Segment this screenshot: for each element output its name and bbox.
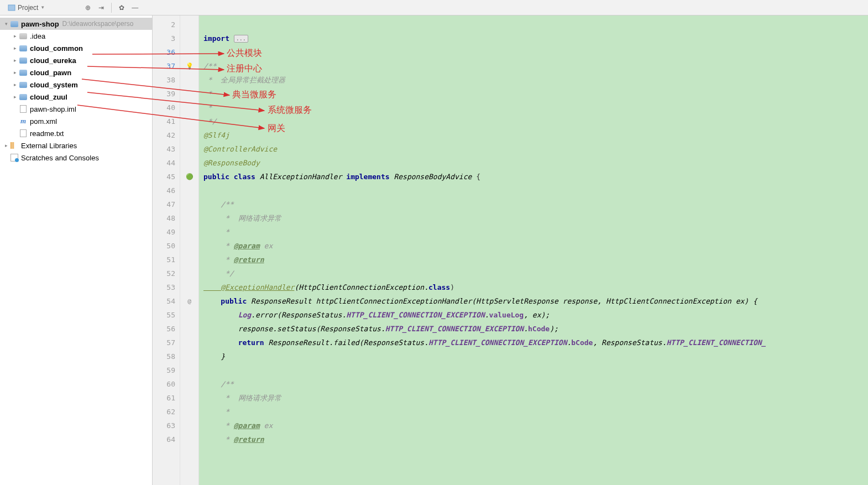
project-toolbar: Project ▼ ⊕ ⇥ ✿ — bbox=[0, 0, 868, 15]
hide-icon[interactable]: — bbox=[129, 2, 140, 13]
tree-item-iml[interactable]: pawn-shop.iml bbox=[0, 103, 152, 115]
tree-item-readme[interactable]: readme.txt bbox=[0, 127, 152, 139]
code-area[interactable]: import ... /** * 全局异常拦截处理器 * * */ @Slf4j… bbox=[199, 15, 868, 485]
scratch-icon bbox=[10, 153, 19, 162]
tree-item-cloud-eureka[interactable]: ▸ cloud_eureka bbox=[0, 54, 152, 66]
tree-scratches[interactable]: Scratches and Consoles bbox=[0, 152, 152, 164]
folder-icon bbox=[19, 80, 28, 89]
chevron-right-icon[interactable]: ▸ bbox=[11, 45, 19, 51]
select-target-icon[interactable]: ⊕ bbox=[82, 2, 93, 13]
tree-root-row[interactable]: ▾ pawn-shop D:\ideaworkspace\perso bbox=[0, 18, 152, 30]
folder-icon bbox=[19, 56, 28, 65]
dropdown-icon: ▼ bbox=[40, 5, 45, 10]
project-icon bbox=[8, 4, 15, 12]
folder-icon bbox=[10, 19, 19, 28]
editor-pane: C AllExceptionHandler.java × 23363738394… bbox=[153, 15, 868, 485]
project-label-text: Project bbox=[18, 4, 38, 12]
chevron-right-icon[interactable]: ▸ bbox=[11, 58, 19, 63]
gear-icon[interactable]: ✿ bbox=[116, 2, 127, 13]
code-editor[interactable]: 2336373839404142434445464748495051525354… bbox=[153, 15, 868, 485]
tree-item-cloud-system[interactable]: ▸ cloud_system bbox=[0, 79, 152, 91]
tree-external-libraries[interactable]: ▸ External Libraries bbox=[0, 139, 152, 152]
collapse-all-icon[interactable]: ⇥ bbox=[96, 2, 107, 13]
main-area: ▾ pawn-shop D:\ideaworkspace\perso ▸ .id… bbox=[0, 15, 868, 485]
tree-item-cloud-pawn[interactable]: ▸ cloud_pawn bbox=[0, 66, 152, 79]
project-tool-button[interactable]: Project ▼ bbox=[4, 3, 48, 13]
project-sidebar: ▾ pawn-shop D:\ideaworkspace\perso ▸ .id… bbox=[0, 15, 153, 485]
folder-icon bbox=[19, 92, 28, 101]
tree-item-pom[interactable]: m pom.xml bbox=[0, 115, 152, 127]
tree-item-cloud-zuul[interactable]: ▸ cloud_zuul bbox=[0, 91, 152, 103]
tree-item-idea[interactable]: ▸ .idea bbox=[0, 30, 152, 42]
folder-icon bbox=[19, 32, 28, 40]
separator bbox=[111, 3, 112, 13]
chevron-right-icon[interactable]: ▸ bbox=[11, 33, 19, 39]
library-icon bbox=[10, 141, 19, 150]
chevron-right-icon[interactable]: ▸ bbox=[11, 82, 19, 87]
tree-root-path: D:\ideaworkspace\perso bbox=[62, 20, 134, 28]
folder-icon bbox=[19, 68, 28, 77]
line-number-gutter: 2336373839404142434445464748495051525354… bbox=[153, 15, 180, 485]
chevron-right-icon[interactable]: ▸ bbox=[11, 70, 19, 75]
file-icon bbox=[19, 105, 28, 113]
chevron-down-icon[interactable]: ▾ bbox=[2, 21, 10, 27]
maven-icon: m bbox=[19, 117, 28, 126]
tree-item-cloud-common[interactable]: ▸ cloud_common bbox=[0, 42, 152, 54]
chevron-right-icon[interactable]: ▸ bbox=[2, 143, 10, 148]
svg-rect-0 bbox=[8, 5, 15, 11]
folder-icon bbox=[19, 44, 28, 53]
file-icon bbox=[19, 129, 28, 138]
override-gutter-icon: @ bbox=[180, 294, 198, 308]
tree-root-label: pawn-shop bbox=[21, 20, 59, 28]
class-gutter-icon: 🟢 bbox=[180, 170, 198, 184]
gutter-marks: 💡 🟢 @ bbox=[180, 15, 199, 485]
project-tree: ▾ pawn-shop D:\ideaworkspace\perso ▸ .id… bbox=[0, 15, 152, 166]
chevron-right-icon[interactable]: ▸ bbox=[11, 94, 19, 100]
